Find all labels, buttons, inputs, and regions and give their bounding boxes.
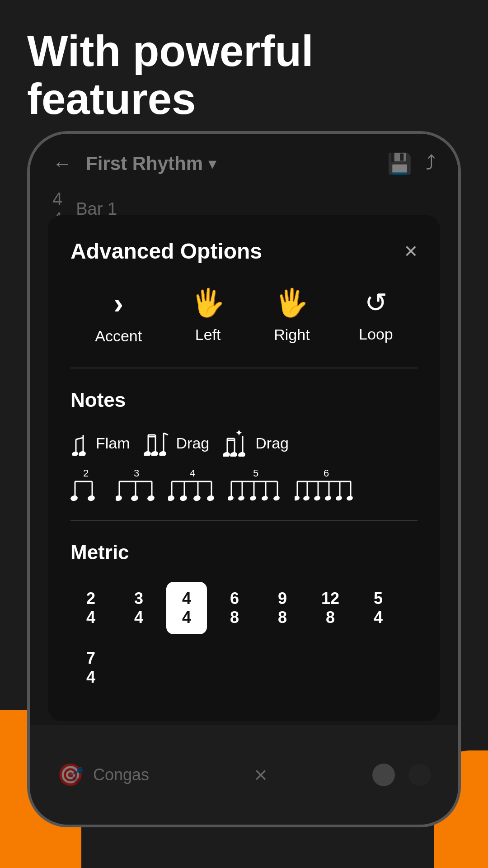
metric-3-4-num: 3 <box>134 589 143 608</box>
tuplet-6[interactable]: 6 <box>295 470 360 502</box>
svg-text:2: 2 <box>83 470 89 479</box>
metric-section-title: Metric <box>70 541 418 564</box>
metric-3-4[interactable]: 3 4 <box>118 582 159 634</box>
modal-title: Advanced Options <box>70 239 262 264</box>
metric-12-8-num: 12 <box>321 589 339 608</box>
flam-icon <box>70 430 90 456</box>
metric-7-4-num: 7 <box>86 649 95 668</box>
metric-5-4-den: 4 <box>374 608 383 627</box>
phone-screen: ← First Rhythm ▾ 💾 ⤴ 4 4 Bar 1 <box>30 134 458 825</box>
accent-icon: › <box>114 287 123 320</box>
svg-point-53 <box>249 495 257 501</box>
svg-point-49 <box>228 495 234 501</box>
svg-text:5: 5 <box>253 470 258 479</box>
flam-label: Flam <box>96 434 130 452</box>
note-drag-2[interactable]: ✦ Drag <box>223 429 289 457</box>
page-headline: With powerful features <box>27 27 461 123</box>
drag1-label: Drag <box>176 434 210 452</box>
metric-6-8[interactable]: 6 8 <box>214 582 255 634</box>
left-label: Left <box>195 326 221 344</box>
svg-point-71 <box>346 495 353 501</box>
svg-point-6 <box>144 450 151 456</box>
option-accent[interactable]: › Accent <box>95 287 142 345</box>
svg-point-33 <box>131 495 139 502</box>
svg-point-31 <box>116 495 122 502</box>
svg-point-61 <box>295 495 300 501</box>
svg-text:✦: ✦ <box>235 429 242 438</box>
advanced-options-modal: Advanced Options × › Accent 🖐 Left 🖐 <box>48 215 440 721</box>
svg-point-69 <box>335 495 343 501</box>
metric-9-8-den: 8 <box>278 608 287 627</box>
notes-section-title: Notes <box>70 389 418 411</box>
metric-4-4[interactable]: 4 4 <box>166 582 207 634</box>
tuplet-3-icon: 3 <box>116 470 159 502</box>
svg-line-4 <box>76 438 83 439</box>
metric-6-8-num: 6 <box>230 589 239 608</box>
svg-point-41 <box>179 495 188 502</box>
metric-5-4[interactable]: 5 4 <box>358 582 399 634</box>
metric-5-4-num: 5 <box>374 589 383 608</box>
tuplet-2[interactable]: 2 <box>70 470 107 502</box>
option-loop[interactable]: ↺ Loop <box>359 287 393 345</box>
modal-header: Advanced Options × <box>70 238 418 264</box>
svg-point-67 <box>324 495 332 501</box>
right-label: Right <box>274 326 310 344</box>
svg-point-18 <box>230 451 238 457</box>
metric-9-8[interactable]: 9 8 <box>262 582 303 634</box>
left-hand-icon: 🖐 <box>191 287 225 319</box>
metric-4-4-den: 4 <box>182 608 191 627</box>
tuplet-4-icon: 4 <box>168 470 219 502</box>
svg-point-16 <box>223 451 230 457</box>
notes-items-row: Flam <box>70 429 418 457</box>
note-drag-1[interactable]: Drag <box>144 430 210 456</box>
svg-point-22 <box>238 451 246 457</box>
metric-9-8-num: 9 <box>278 589 287 608</box>
svg-point-1 <box>71 451 79 456</box>
svg-point-51 <box>238 495 245 501</box>
metric-2-4-den: 4 <box>86 608 95 627</box>
svg-point-12 <box>158 450 167 456</box>
metric-7-4-den: 4 <box>86 668 95 687</box>
tuplet-6-icon: 6 <box>295 470 360 502</box>
svg-point-55 <box>261 495 268 501</box>
metric-12-8[interactable]: 12 8 <box>310 582 351 634</box>
metric-2-4[interactable]: 2 4 <box>70 582 111 634</box>
page-background: With powerful features ← First Rhythm ▾ … <box>0 0 488 868</box>
drag2-label: Drag <box>255 434 289 452</box>
svg-text:4: 4 <box>190 470 195 479</box>
divider-1 <box>70 368 418 368</box>
metric-6-8-den: 8 <box>230 608 239 627</box>
note-flam[interactable]: Flam <box>70 430 130 456</box>
tuplet-4[interactable]: 4 <box>168 470 219 502</box>
svg-point-25 <box>70 495 78 502</box>
tuplet-5[interactable]: 5 <box>228 470 286 502</box>
svg-point-43 <box>193 495 202 502</box>
svg-point-65 <box>314 495 321 501</box>
modal-close-button[interactable]: × <box>404 238 418 264</box>
metric-12-8-den: 8 <box>326 608 335 627</box>
svg-point-63 <box>303 495 310 501</box>
svg-point-27 <box>87 495 96 502</box>
svg-point-45 <box>206 495 215 502</box>
tuplet-5-icon: 5 <box>228 470 286 502</box>
svg-point-3 <box>78 450 87 456</box>
svg-point-39 <box>168 495 175 502</box>
svg-text:6: 6 <box>324 470 329 479</box>
option-right[interactable]: 🖐 Right <box>274 287 310 345</box>
drag2-icon: ✦ <box>223 429 250 457</box>
metric-3-4-den: 4 <box>134 608 143 627</box>
metric-items-row: 2 4 3 4 4 4 6 8 <box>70 582 418 694</box>
option-left[interactable]: 🖐 Left <box>191 287 225 345</box>
metric-4-4-num: 4 <box>182 589 191 608</box>
loop-icon: ↺ <box>365 287 387 318</box>
tuplet-2-icon: 2 <box>70 470 107 502</box>
right-hand-icon: 🖐 <box>275 287 309 319</box>
metric-7-4[interactable]: 7 4 <box>70 642 111 694</box>
metric-2-4-num: 2 <box>86 589 95 608</box>
drag1-icon <box>144 430 171 456</box>
svg-point-35 <box>147 495 155 502</box>
tuplet-3[interactable]: 3 <box>116 470 159 502</box>
svg-text:3: 3 <box>134 470 139 479</box>
loop-label: Loop <box>359 326 393 343</box>
tuplets-row: 2 3 <box>70 470 418 502</box>
